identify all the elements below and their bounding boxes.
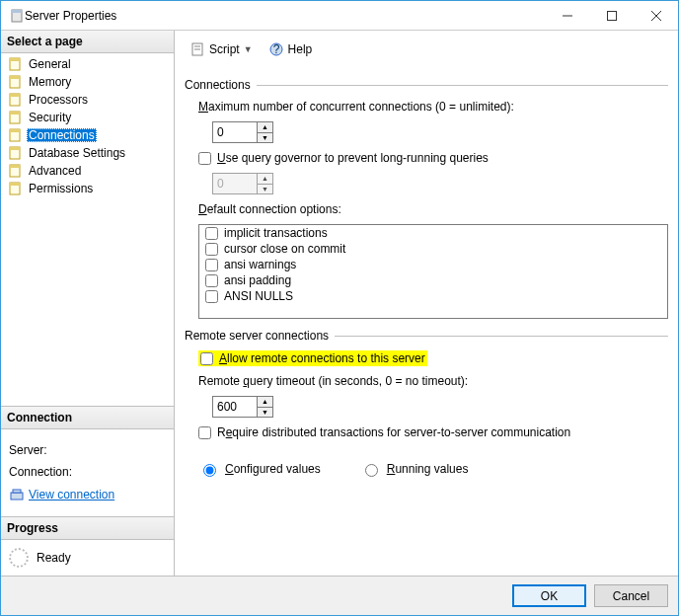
script-button[interactable]: Script ▼: [185, 38, 258, 60]
max-connections-input[interactable]: [213, 122, 257, 142]
page-icon: [7, 110, 23, 125]
spin-up[interactable]: ▲: [258, 122, 272, 133]
max-connections-stepper[interactable]: ▲▼: [212, 121, 273, 143]
maximize-button[interactable]: [589, 1, 634, 30]
sidebar-item-label: Memory: [27, 75, 73, 89]
sidebar-item-label: Connections: [27, 128, 97, 142]
option-checkbox[interactable]: [205, 259, 218, 271]
page-icon: [7, 74, 23, 90]
app-icon: [9, 8, 25, 24]
option-checkbox[interactable]: [205, 290, 218, 303]
progress-header: Progress: [1, 517, 174, 540]
sidebar-item-memory[interactable]: Memory: [5, 73, 170, 91]
svg-rect-3: [607, 11, 616, 20]
page-icon: [7, 145, 23, 161]
svg-rect-13: [10, 112, 20, 115]
sidebar-item-label: Security: [27, 111, 73, 124]
connection-label: Connection:: [9, 465, 166, 479]
sidebar-item-label: Database Settings: [27, 146, 127, 160]
script-label: Script: [209, 42, 240, 56]
page-icon: [7, 181, 23, 196]
svg-rect-23: [13, 490, 21, 493]
view-connection-icon: [9, 487, 25, 502]
option-item[interactable]: ansi warnings: [199, 257, 667, 272]
minimize-button[interactable]: [545, 1, 589, 30]
query-governor-checkbox[interactable]: Use query governor to prevent long-runni…: [198, 151, 489, 165]
svg-rect-15: [10, 129, 20, 132]
cancel-button[interactable]: Cancel: [594, 584, 668, 607]
sidebar-item-label: Processors: [27, 93, 90, 107]
running-values-radio[interactable]: Running values Running values: [360, 461, 469, 477]
option-checkbox[interactable]: [205, 243, 218, 256]
connections-group-label: Connections: [185, 78, 251, 92]
option-item[interactable]: ANSI NULLS: [199, 288, 667, 304]
svg-rect-21: [10, 183, 20, 186]
chevron-down-icon: ▼: [244, 44, 253, 54]
sidebar-item-general[interactable]: General: [5, 55, 170, 73]
svg-rect-1: [12, 10, 22, 13]
query-governor-stepper: ▲▼: [212, 173, 273, 194]
select-page-header: Select a page: [1, 31, 174, 53]
page-list: GeneralMemoryProcessorsSecurityConnectio…: [1, 53, 174, 199]
max-connections-label: MMaximum number of concurrent connection…: [198, 100, 668, 114]
svg-rect-22: [11, 493, 23, 500]
sidebar: Select a page GeneralMemoryProcessorsSec…: [1, 31, 175, 576]
configured-values-radio[interactable]: Configured values Configured values: [198, 461, 321, 477]
view-connection-link[interactable]: View connection: [29, 488, 114, 501]
script-icon: [189, 41, 205, 57]
connection-header: Connection: [1, 407, 174, 429]
server-label: Server:: [9, 443, 166, 457]
sidebar-item-connections[interactable]: Connections: [5, 126, 170, 144]
default-options-listbox[interactable]: implicit transactionscursor close on com…: [198, 224, 668, 319]
remote-timeout-stepper[interactable]: ▲▼: [212, 396, 273, 418]
progress-status: Ready: [37, 551, 71, 565]
sidebar-item-label: Advanced: [27, 164, 83, 178]
query-governor-input: [213, 174, 257, 193]
option-label: ANSI NULLS: [224, 289, 293, 303]
close-button[interactable]: [634, 1, 678, 30]
svg-rect-17: [10, 147, 20, 150]
option-checkbox[interactable]: [205, 227, 218, 240]
help-icon: ?: [268, 41, 284, 57]
sidebar-item-security[interactable]: Security: [5, 109, 170, 126]
titlebar: Server Properties: [1, 1, 678, 31]
remote-timeout-input[interactable]: [213, 397, 257, 417]
option-label: cursor close on commit: [224, 242, 345, 256]
allow-remote-checkbox[interactable]: Allow remote connections to this server: [200, 351, 425, 365]
spin-down[interactable]: ▼: [258, 133, 272, 143]
option-checkbox[interactable]: [205, 274, 218, 287]
main-panel: Script ▼ ? Help Connections MMaximum num…: [175, 31, 678, 576]
page-icon: [7, 92, 23, 108]
svg-rect-7: [10, 58, 20, 61]
progress-spinner-icon: [9, 548, 29, 568]
option-label: ansi warnings: [224, 258, 296, 271]
sidebar-item-label: General: [27, 57, 73, 71]
help-button[interactable]: ? Help: [264, 38, 318, 60]
option-label: ansi padding: [224, 273, 291, 287]
svg-rect-19: [10, 165, 20, 168]
page-icon: [7, 163, 23, 179]
option-label: implicit transactions: [224, 226, 328, 240]
remote-group-label: Remote server connections: [185, 329, 329, 343]
spin-down[interactable]: ▼: [258, 408, 272, 418]
remote-timeout-label: Remote query timeout (in seconds, 0 = no…: [198, 374, 668, 388]
svg-rect-11: [10, 94, 20, 97]
spin-up[interactable]: ▲: [258, 397, 272, 408]
sidebar-item-label: Permissions: [27, 182, 95, 195]
sidebar-item-advanced[interactable]: Advanced: [5, 162, 170, 180]
require-dtc-checkbox[interactable]: Require distributed transactions for ser…: [198, 425, 570, 439]
dialog-footer: OK Cancel: [1, 576, 678, 615]
sidebar-item-processors[interactable]: Processors: [5, 91, 170, 109]
page-icon: [7, 56, 23, 72]
ok-button[interactable]: OK: [512, 584, 586, 607]
option-item[interactable]: cursor close on commit: [199, 241, 667, 257]
svg-rect-9: [10, 76, 20, 79]
svg-text:?: ?: [272, 42, 279, 56]
window-title: Server Properties: [25, 9, 545, 23]
sidebar-item-database-settings[interactable]: Database Settings: [5, 144, 170, 162]
option-item[interactable]: implicit transactions: [199, 225, 667, 241]
sidebar-item-permissions[interactable]: Permissions: [5, 180, 170, 197]
default-options-label: Default connection options: Default conn…: [198, 202, 668, 216]
page-icon: [7, 127, 23, 143]
option-item[interactable]: ansi padding: [199, 272, 667, 288]
